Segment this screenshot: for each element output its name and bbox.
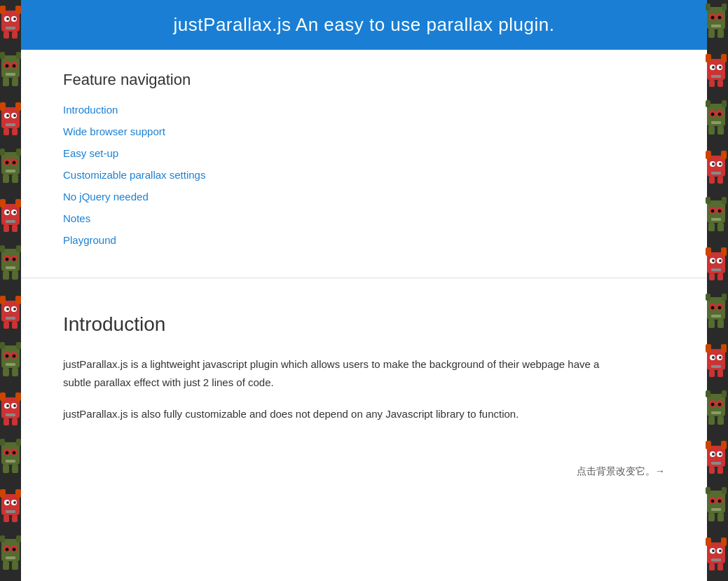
svg-point-166: [718, 210, 722, 213]
svg-rect-207: [711, 411, 721, 414]
monster-icon: [0, 242, 21, 287]
svg-point-76: [13, 355, 16, 358]
svg-point-206: [718, 403, 722, 406]
nav-link-easy-setup[interactable]: Easy set-up: [63, 147, 118, 159]
list-item: No jQuery needed: [63, 187, 665, 206]
svg-rect-68: [4, 322, 9, 329]
svg-rect-99: [12, 465, 18, 473]
svg-rect-147: [711, 121, 721, 124]
introduction-section: Introduction justParallax.js is a lightw…: [21, 278, 707, 465]
svg-rect-112: [16, 535, 21, 542]
svg-point-16: [13, 64, 16, 68]
svg-point-106: [13, 501, 16, 504]
svg-point-85: [6, 404, 9, 407]
svg-rect-192: [721, 344, 727, 353]
nav-link-notes[interactable]: Notes: [63, 212, 90, 224]
svg-rect-49: [12, 225, 18, 232]
svg-rect-61: [0, 296, 6, 304]
nav-link-no-jquery[interactable]: No jQuery needed: [63, 191, 149, 203]
svg-point-215: [712, 453, 715, 456]
nav-link-introduction[interactable]: Introduction: [63, 104, 118, 116]
svg-rect-111: [0, 535, 5, 542]
svg-rect-41: [0, 199, 6, 207]
svg-rect-187: [711, 315, 721, 317]
svg-rect-47: [6, 220, 15, 223]
svg-rect-132: [721, 54, 727, 62]
main-content: justParallax.js An easy to use parallax …: [21, 0, 707, 581]
svg-rect-42: [15, 199, 21, 207]
svg-point-146: [718, 113, 722, 116]
svg-rect-189: [717, 320, 724, 328]
svg-point-216: [719, 453, 722, 456]
svg-rect-178: [709, 273, 715, 280]
list-item: Easy set-up: [63, 144, 665, 163]
svg-rect-98: [3, 465, 9, 473]
svg-rect-209: [717, 416, 724, 425]
nav-list: Introduction Wide browser support Easy s…: [63, 100, 665, 250]
list-item: Customizable parallax settings: [63, 165, 665, 184]
svg-rect-219: [717, 467, 723, 474]
svg-rect-151: [706, 151, 711, 159]
monster-icon: [706, 0, 727, 46]
monster-icon: [706, 484, 727, 529]
nav-link-playground[interactable]: Playground: [63, 234, 116, 246]
svg-point-195: [712, 356, 715, 359]
intro-heading: Introduction: [63, 313, 665, 336]
svg-rect-2: [15, 6, 21, 14]
monster-icon: [706, 532, 727, 577]
svg-rect-21: [0, 102, 6, 111]
monster-icon: [706, 242, 727, 287]
svg-point-45: [6, 211, 9, 214]
svg-rect-97: [6, 460, 15, 463]
svg-rect-159: [717, 177, 723, 184]
svg-rect-139: [717, 80, 723, 87]
svg-rect-77: [6, 363, 15, 366]
svg-point-236: [719, 549, 722, 552]
svg-rect-188: [708, 320, 715, 328]
svg-rect-37: [6, 170, 15, 172]
site-subtitle: An easy to use parallax plugin.: [291, 14, 555, 35]
nav-link-wide-browser-support[interactable]: Wide browser support: [63, 125, 165, 137]
svg-rect-19: [12, 78, 18, 86]
svg-rect-229: [717, 513, 724, 521]
svg-rect-142: [722, 100, 727, 107]
list-item: Playground: [63, 231, 665, 250]
svg-rect-31: [0, 149, 5, 156]
svg-point-26: [13, 114, 16, 117]
svg-rect-27: [6, 123, 15, 126]
svg-rect-28: [4, 128, 9, 135]
svg-point-165: [711, 210, 715, 213]
svg-rect-128: [708, 29, 715, 38]
feature-navigation-section: Feature navigation Introduction Wide bro…: [21, 50, 707, 278]
svg-rect-32: [16, 149, 21, 156]
bottom-link-area: 点击背景改变它。→: [21, 465, 707, 492]
svg-rect-81: [0, 392, 6, 401]
svg-rect-17: [6, 73, 15, 76]
svg-point-115: [6, 548, 9, 552]
svg-point-125: [711, 16, 715, 20]
svg-rect-78: [3, 368, 9, 376]
svg-rect-58: [3, 271, 9, 280]
monster-icon: [706, 435, 727, 481]
svg-point-65: [6, 308, 9, 310]
svg-rect-102: [15, 489, 21, 498]
svg-rect-149: [717, 126, 724, 135]
svg-rect-22: [15, 102, 21, 111]
svg-rect-211: [706, 441, 711, 449]
svg-rect-1: [0, 6, 6, 14]
monster-icon: [706, 387, 727, 432]
svg-point-15: [6, 64, 9, 68]
page-header: justParallax.js An easy to use parallax …: [21, 0, 707, 50]
nav-link-customizable[interactable]: Customizable parallax settings: [63, 169, 205, 181]
svg-rect-57: [6, 266, 15, 269]
svg-rect-197: [711, 365, 721, 368]
svg-point-235: [712, 549, 715, 552]
svg-rect-117: [6, 556, 15, 559]
svg-rect-228: [708, 513, 715, 521]
change-background-link[interactable]: 点击背景改变它。→: [577, 465, 665, 477]
svg-rect-202: [722, 390, 727, 397]
svg-rect-18: [3, 78, 9, 86]
svg-rect-171: [706, 247, 711, 256]
monster-icon: [0, 145, 21, 191]
svg-rect-199: [717, 370, 723, 377]
